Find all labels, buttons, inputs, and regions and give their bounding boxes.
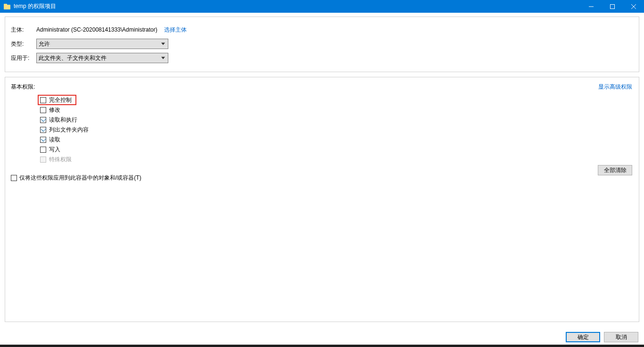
apply-only-row: 仅将这些权限应用到此容器中的对象和/或容器(T) (11, 174, 633, 182)
applies-combo[interactable]: 此文件夹、子文件夹和文件 (36, 53, 168, 63)
cancel-button[interactable]: 取消 (604, 332, 638, 342)
type-label: 类型: (11, 40, 35, 48)
apply-only-checkbox[interactable] (11, 175, 17, 181)
permission-item: 读取和执行 (40, 115, 633, 125)
permission-item: 写入 (40, 145, 633, 155)
permission-checkbox[interactable] (40, 97, 46, 103)
permission-checkbox (40, 157, 46, 163)
permission-label: 修改 (49, 106, 60, 114)
dialog-footer: 确定 取消 (566, 332, 638, 342)
permission-checkbox[interactable] (40, 137, 46, 143)
basic-permissions-label: 基本权限: (11, 83, 633, 91)
taskbar (0, 345, 644, 347)
apply-only-label: 仅将这些权限应用到此容器中的对象和/或容器(T) (19, 174, 141, 182)
applies-combo-value: 此文件夹、子文件夹和文件 (39, 54, 107, 62)
permission-label: 完全控制 (49, 96, 72, 104)
window-title: temp 的权限项目 (14, 2, 56, 10)
permission-item: 完全控制 (38, 95, 76, 105)
chevron-down-icon (161, 43, 165, 45)
permission-item: 列出文件夹内容 (40, 125, 633, 135)
select-principal-link[interactable]: 选择主体 (164, 26, 187, 34)
folder-icon (4, 4, 10, 9)
permission-checkbox[interactable] (40, 147, 46, 153)
chevron-down-icon (161, 57, 165, 59)
principal-panel: 主体: Administrator (SC-202008141333\Admin… (5, 17, 639, 72)
clear-all-button[interactable]: 全部清除 (598, 165, 632, 175)
svg-rect-1 (610, 4, 614, 8)
show-advanced-link[interactable]: 显示高级权限 (598, 83, 632, 91)
clear-all-container: 全部清除 (598, 165, 632, 175)
permissions-panel: 基本权限: 显示高级权限 完全控制修改读取和执行列出文件夹内容读取写入特殊权限 … (5, 77, 639, 322)
title-bar: temp 的权限项目 (0, 0, 644, 13)
permission-checkbox[interactable] (40, 127, 46, 133)
permission-item: 修改 (40, 105, 633, 115)
permission-label: 列出文件夹内容 (49, 126, 89, 134)
principal-value: Administrator (SC-202008141333\Administr… (36, 26, 157, 33)
principal-row: 主体: Administrator (SC-202008141333\Admin… (11, 24, 633, 36)
window-controls (580, 0, 644, 13)
maximize-button[interactable] (602, 0, 623, 13)
permission-label: 写入 (49, 146, 60, 154)
permission-label: 特殊权限 (49, 156, 72, 164)
applies-label: 应用于: (11, 54, 35, 62)
client-area: 主体: Administrator (SC-202008141333\Admin… (0, 13, 644, 347)
ok-button[interactable]: 确定 (566, 332, 600, 342)
close-button[interactable] (623, 0, 644, 13)
permission-label: 读取和执行 (49, 116, 77, 124)
permission-item: 特殊权限 (40, 155, 633, 165)
permission-checkbox[interactable] (40, 117, 46, 123)
permission-label: 读取 (49, 136, 60, 144)
principal-label: 主体: (11, 26, 35, 34)
type-row: 类型: 允许 (11, 38, 633, 50)
permission-checkbox[interactable] (40, 107, 46, 113)
applies-row: 应用于: 此文件夹、子文件夹和文件 (11, 52, 633, 64)
type-combo-value: 允许 (39, 40, 50, 48)
permission-item: 读取 (40, 135, 633, 145)
type-combo[interactable]: 允许 (36, 39, 168, 49)
permissions-list: 完全控制修改读取和执行列出文件夹内容读取写入特殊权限 (40, 95, 633, 165)
minimize-button[interactable] (580, 0, 602, 13)
